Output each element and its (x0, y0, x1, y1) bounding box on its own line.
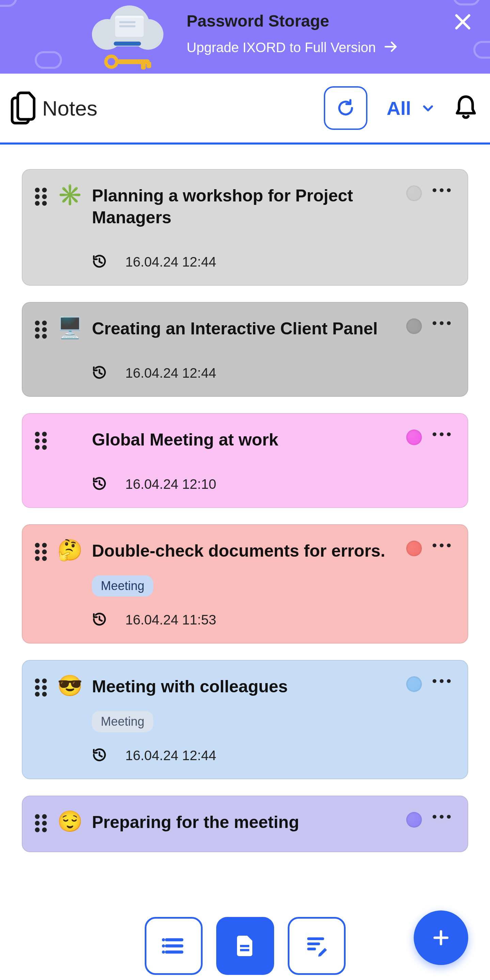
banner-deco (453, 0, 480, 5)
header-bar: Notes All (0, 74, 490, 145)
nav-edit-view-button[interactable] (288, 917, 346, 941)
svg-point-54 (433, 815, 436, 818)
nav-list-view-button[interactable] (145, 917, 203, 941)
note-card[interactable]: Global Meeting at work16.04.24 12:10 (22, 413, 468, 508)
svg-point-30 (35, 543, 40, 548)
svg-point-31 (42, 543, 47, 548)
arrow-right-icon (384, 39, 398, 56)
tag-chip[interactable]: Meeting (92, 575, 153, 597)
svg-point-52 (35, 827, 40, 832)
color-dot[interactable] (406, 185, 422, 201)
note-more-button[interactable] (432, 320, 451, 327)
svg-point-5 (35, 194, 40, 199)
notifications-button[interactable] (454, 94, 478, 123)
refresh-button[interactable] (324, 86, 368, 130)
note-card[interactable]: 😌Preparing for the meeting (22, 795, 468, 852)
note-more-button[interactable] (432, 431, 451, 438)
note-more-button[interactable] (432, 814, 451, 821)
drag-handle-icon[interactable] (35, 542, 47, 562)
svg-point-56 (447, 815, 450, 818)
upgrade-banner: Password Storage Upgrade IXORD to Full V… (0, 0, 490, 74)
note-emoji: 🖥️ (57, 318, 82, 338)
svg-point-48 (35, 815, 40, 819)
note-date: 16.04.24 12:44 (125, 748, 216, 763)
note-body: Preparing for the meeting (92, 811, 396, 837)
note-card[interactable]: 🖥️Creating an Interactive Client Panel16… (22, 302, 468, 397)
svg-point-27 (433, 432, 436, 436)
svg-point-36 (433, 543, 436, 547)
chevron-down-icon (421, 97, 435, 119)
svg-point-16 (35, 334, 40, 339)
drag-handle-icon[interactable] (35, 431, 47, 451)
svg-point-46 (439, 679, 443, 683)
note-date: 16.04.24 12:44 (125, 254, 216, 270)
filter-dropdown[interactable]: All (387, 97, 435, 119)
svg-point-37 (439, 543, 443, 547)
svg-point-32 (35, 549, 40, 554)
svg-point-3 (35, 188, 40, 192)
nav-document-view-button[interactable] (216, 917, 274, 941)
tag-chip[interactable]: Meeting (92, 711, 153, 732)
note-title: Planning a workshop for Project Managers (92, 185, 396, 228)
note-more-button[interactable] (432, 678, 451, 685)
note-emoji: ✳️ (57, 185, 82, 205)
note-more-button[interactable] (432, 188, 451, 194)
drag-handle-icon[interactable] (35, 188, 47, 207)
svg-point-8 (42, 201, 47, 206)
svg-point-10 (439, 188, 443, 192)
key-illustration (104, 52, 155, 71)
note-emoji: 😌 (57, 811, 82, 832)
svg-point-25 (35, 445, 40, 450)
svg-point-23 (35, 438, 40, 443)
note-card[interactable]: ✳️Planning a workshop for Project Manage… (22, 169, 468, 286)
svg-point-38 (447, 543, 450, 547)
color-dot[interactable] (406, 318, 422, 334)
svg-point-53 (42, 827, 47, 832)
notes-list: ✳️Planning a workshop for Project Manage… (0, 145, 490, 941)
note-body: Planning a workshop for Project Managers… (92, 185, 396, 270)
svg-point-41 (35, 685, 40, 690)
note-date-row: 16.04.24 11:53 (92, 611, 396, 628)
note-date: 16.04.24 11:53 (125, 612, 216, 628)
history-icon (92, 611, 107, 628)
drag-handle-icon[interactable] (35, 678, 47, 698)
note-card[interactable]: 🤔Double-check documents for errors.Meeti… (22, 524, 468, 644)
svg-point-20 (447, 321, 450, 325)
close-banner-button[interactable] (453, 12, 472, 33)
note-date-row: 16.04.24 12:44 (92, 747, 396, 764)
svg-point-47 (447, 679, 450, 683)
svg-point-34 (35, 556, 40, 561)
svg-point-9 (433, 188, 436, 192)
note-card[interactable]: 😎Meeting with colleaguesMeeting16.04.24 … (22, 660, 468, 779)
svg-point-51 (42, 821, 47, 826)
history-icon (92, 254, 107, 270)
svg-point-22 (42, 432, 47, 437)
drag-handle-icon[interactable] (35, 814, 47, 834)
svg-point-26 (42, 445, 47, 450)
note-body: Creating an Interactive Client Panel16.0… (92, 318, 396, 381)
history-icon (92, 365, 107, 381)
svg-point-39 (35, 679, 40, 683)
note-date-row: 16.04.24 12:44 (92, 365, 396, 381)
svg-point-42 (42, 685, 47, 690)
filter-label: All (387, 97, 411, 119)
cloud-password-illustration (92, 2, 167, 53)
banner-subtitle: Upgrade IXORD to Full Version (187, 40, 376, 55)
svg-point-13 (42, 321, 47, 326)
svg-point-11 (447, 188, 450, 192)
banner-deco (35, 51, 62, 69)
banner-upgrade-link[interactable]: Upgrade IXORD to Full Version (187, 39, 398, 56)
note-more-button[interactable] (432, 542, 451, 549)
color-dot[interactable] (406, 430, 422, 445)
color-dot[interactable] (406, 812, 422, 827)
history-icon (92, 747, 107, 764)
note-title: Double-check documents for errors. (92, 540, 396, 562)
drag-handle-icon[interactable] (35, 320, 47, 340)
note-date: 16.04.24 12:44 (125, 366, 216, 381)
color-dot[interactable] (406, 676, 422, 692)
svg-point-14 (35, 327, 40, 332)
svg-point-15 (42, 327, 47, 332)
banner-deco (0, 0, 17, 7)
note-emoji: 🤔 (57, 540, 82, 560)
color-dot[interactable] (406, 541, 422, 556)
